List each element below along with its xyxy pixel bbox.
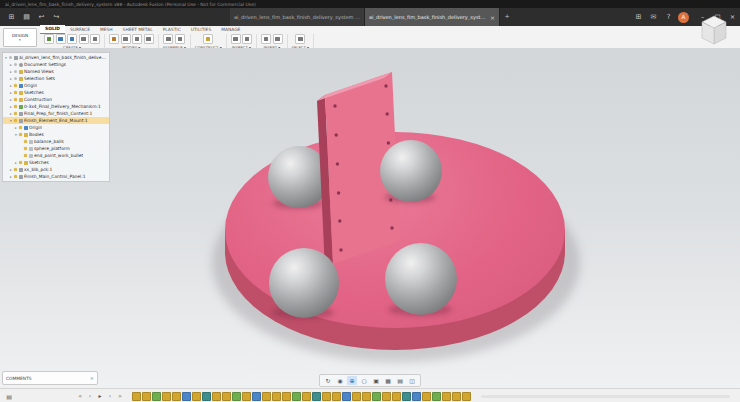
pan-icon[interactable]: ⊕	[347, 376, 357, 385]
construction-plane-icon[interactable]	[203, 34, 213, 44]
fillet-icon[interactable]	[121, 34, 131, 44]
visibility-bulb-icon[interactable]	[14, 91, 17, 94]
tree-item[interactable]: ▸Origin	[3, 82, 109, 89]
tree-item[interactable]: ▸Sketches	[3, 159, 109, 166]
workspace-selector[interactable]: DESIGN ▾	[3, 28, 37, 47]
visibility-bulb-icon[interactable]	[14, 70, 17, 73]
timeline-feature-27[interactable]	[402, 392, 411, 401]
ribbon-tab-surface[interactable]: SURFACE	[65, 26, 95, 34]
timeline-feature-30[interactable]	[432, 392, 441, 401]
go-to-end-button[interactable]: »	[116, 391, 124, 401]
tree-item[interactable]: ▸Named Views	[3, 68, 109, 75]
visibility-bulb-icon[interactable]	[9, 56, 12, 59]
notifications-bell-icon[interactable]: ✉	[648, 8, 659, 26]
ribbon-tab-sheet-metal[interactable]: SHEET METAL	[118, 26, 158, 34]
viewport-canvas[interactable]: ▾ai_driven_lens_fim_bask_finish_delivery…	[0, 48, 740, 402]
timeline-feature-8[interactable]	[212, 392, 221, 401]
tree-item[interactable]: ▸Sketches	[3, 89, 109, 96]
tree-item[interactable]: ▸Construction	[3, 96, 109, 103]
zoom-icon[interactable]: ○	[359, 376, 369, 385]
go-to-start-button[interactable]: «	[76, 391, 84, 401]
timeline-feature-16[interactable]	[292, 392, 301, 401]
visibility-bulb-icon[interactable]	[14, 112, 17, 115]
timeline-options-icon[interactable]: ▤	[4, 393, 14, 400]
ribbon-tab-utilities[interactable]: UTILITIES	[186, 26, 216, 34]
ribbon-tab-mesh[interactable]: MESH	[95, 26, 118, 34]
timeline-feature-5[interactable]	[182, 392, 191, 401]
tree-item[interactable]: ▾Finish_Element_End_Mount:1	[3, 117, 109, 124]
visibility-bulb-icon[interactable]	[14, 175, 17, 178]
fit-icon[interactable]: ▣	[371, 376, 381, 385]
file-menu-icon[interactable]: ▤	[21, 8, 32, 26]
timeline-track[interactable]	[481, 395, 730, 398]
step-back-button[interactable]: ‹	[86, 391, 94, 401]
step-forward-button[interactable]: ›	[106, 391, 114, 401]
visibility-bulb-icon[interactable]	[14, 98, 17, 101]
orbit-icon[interactable]: ↻	[323, 376, 333, 385]
tree-item[interactable]: ▸Document Settings	[3, 61, 109, 68]
insert-mesh-icon[interactable]	[261, 34, 271, 44]
extrude-icon[interactable]	[56, 34, 66, 44]
timeline-feature-22[interactable]	[352, 392, 361, 401]
visibility-bulb-icon[interactable]	[14, 77, 17, 80]
timeline-feature-3[interactable]	[162, 392, 171, 401]
visibility-bulb-icon[interactable]	[24, 140, 27, 143]
undo-icon[interactable]: ↩	[36, 8, 47, 26]
section-analysis-icon[interactable]	[242, 34, 252, 44]
view-cube[interactable]: ⌂	[684, 10, 736, 52]
timeline-feature-7[interactable]	[202, 392, 211, 401]
document-tab[interactable]: ai_driven_lens_fim_bask_finish_delivery_…	[365, 8, 500, 26]
ribbon-tab-manage[interactable]: MANAGE	[216, 26, 245, 34]
decal-icon[interactable]	[273, 34, 283, 44]
timeline-feature-12[interactable]	[252, 392, 261, 401]
timeline-feature-25[interactable]	[382, 392, 391, 401]
help-icon[interactable]: ?	[663, 8, 674, 26]
data-panel-icon[interactable]: ⊞	[6, 8, 17, 26]
home-view-icon[interactable]: ⌂	[684, 10, 688, 17]
timeline-feature-17[interactable]	[302, 392, 311, 401]
combine-icon[interactable]	[144, 34, 154, 44]
timeline-feature-24[interactable]	[372, 392, 381, 401]
timeline-feature-18[interactable]	[312, 392, 321, 401]
visibility-bulb-icon[interactable]	[14, 119, 17, 122]
pattern-icon[interactable]	[90, 34, 100, 44]
timeline-feature-4[interactable]	[172, 392, 181, 401]
tree-item[interactable]: ▾ai_driven_lens_fim_bask_finish_delivery…	[3, 54, 109, 61]
timeline-feature-23[interactable]	[362, 392, 371, 401]
tree-item[interactable]: end_point_work_bullet	[3, 152, 109, 159]
timeline-feature-2[interactable]	[152, 392, 161, 401]
timeline-feature-1[interactable]	[142, 392, 151, 401]
hole-icon[interactable]	[79, 34, 89, 44]
look-at-icon[interactable]: ◉	[335, 376, 345, 385]
visibility-bulb-icon[interactable]	[14, 168, 17, 171]
ribbon-tab-solid[interactable]: SOLID	[40, 25, 65, 34]
create-sketch-icon[interactable]	[44, 34, 54, 44]
tree-item[interactable]: ▸Selection Sets	[3, 75, 109, 82]
timeline-feature-10[interactable]	[232, 392, 241, 401]
timeline-feature-19[interactable]	[322, 392, 331, 401]
timeline-feature-29[interactable]	[422, 392, 431, 401]
close-tab-icon[interactable]: ×	[490, 14, 495, 21]
ribbon-tab-plastic[interactable]: PLASTIC	[158, 26, 186, 34]
visibility-bulb-icon[interactable]	[19, 161, 22, 164]
timeline-feature-0[interactable]	[132, 392, 141, 401]
visibility-bulb-icon[interactable]	[14, 63, 17, 66]
visibility-bulb-icon[interactable]	[19, 126, 22, 129]
select-icon[interactable]	[295, 34, 305, 44]
extensions-icon[interactable]: ⊞	[633, 8, 644, 26]
visibility-bulb-icon[interactable]	[24, 154, 27, 157]
revolve-icon[interactable]	[67, 34, 77, 44]
redo-icon[interactable]: ↪	[51, 8, 62, 26]
timeline-feature-21[interactable]	[342, 392, 351, 401]
viewports-icon[interactable]: ◫	[407, 376, 417, 385]
timeline-feature-20[interactable]	[332, 392, 341, 401]
tree-item[interactable]: ▸Finish_Main_Control_Panel:1	[3, 173, 109, 180]
timeline-feature-26[interactable]	[392, 392, 401, 401]
comments-panel[interactable]: COMMENTS ×	[2, 371, 98, 385]
press-pull-icon[interactable]	[109, 34, 119, 44]
close-comments-icon[interactable]: ×	[90, 375, 94, 381]
tree-item[interactable]: ▸0-3x4_Final_Delivery_Mechanism:1	[3, 103, 109, 110]
tree-item[interactable]: ▸xx_blb_pck:1	[3, 166, 109, 173]
new-tab-button[interactable]: +	[500, 8, 514, 26]
tree-item[interactable]: balance_balls	[3, 138, 109, 145]
